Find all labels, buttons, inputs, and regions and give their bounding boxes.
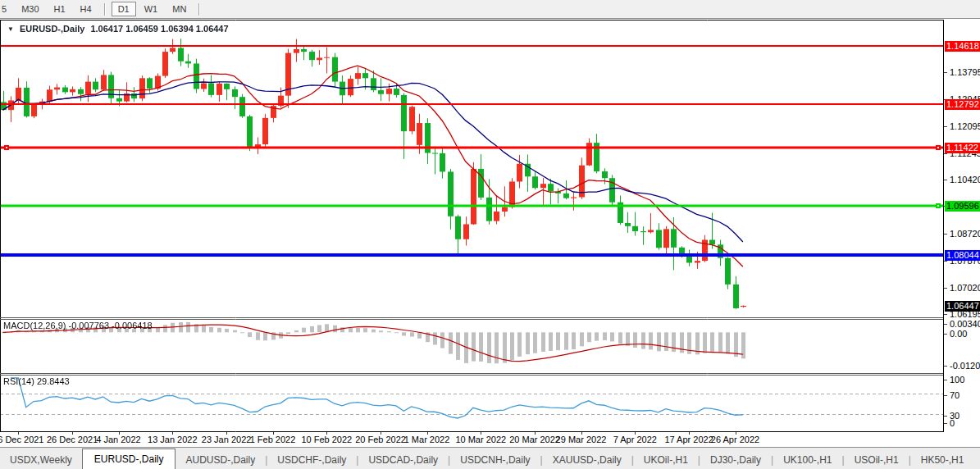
- macd-tick-label: 0.00: [950, 329, 967, 339]
- date-label: 10 Feb 2022: [301, 435, 352, 444]
- tab-ukoil-h1[interactable]: UKOil-,H1: [634, 451, 698, 469]
- price-badge-1.11422: 1.11422: [945, 143, 980, 153]
- price-badge-1.08044: 1.08044: [945, 250, 980, 261]
- date-label: 26 Apr 2022: [711, 435, 759, 444]
- price-tick-label: 1.08720: [950, 229, 980, 239]
- date-label: 29 Mar 2022: [556, 435, 607, 444]
- date-label: 20 Mar 2022: [509, 435, 560, 444]
- price-badge-1.14618: 1.14618: [945, 41, 980, 52]
- tab-hk50-h1[interactable]: HK50-,H1: [911, 451, 974, 469]
- timeframe-button-mn[interactable]: MN: [166, 2, 193, 16]
- price-tick-label: 1.07020: [950, 283, 980, 293]
- price-badge-1.09596: 1.09596: [945, 201, 980, 212]
- rsi-tick-label: 0: [950, 418, 955, 428]
- time-axis[interactable]: 16 Dec 202126 Dec 20214 Jan 202213 Jan 2…: [0, 432, 943, 448]
- date-label: 1 Mar 2022: [404, 435, 450, 444]
- tab-uk100-h1[interactable]: UK100-,H1: [773, 451, 841, 469]
- rsi-indicator-label: RSI(14) 29.8443: [3, 376, 70, 386]
- price-axis[interactable]: 1.137951.129451.120951.112451.104201.095…: [943, 20, 980, 432]
- timeframe-button-w1[interactable]: W1: [138, 2, 165, 16]
- date-label: 7 Apr 2022: [613, 435, 657, 444]
- price-tick-label: 1.12095: [950, 121, 980, 131]
- tab-xauusd-daily[interactable]: XAUUSD-,Daily: [543, 451, 631, 469]
- timeframe-toolbar: 5M30H1H4D1W1MN: [0, 0, 980, 19]
- tab-dj30-daily[interactable]: DJ30-,Daily: [700, 451, 771, 469]
- macd-tick-label: -0.012058: [950, 361, 980, 371]
- date-label: 26 Dec 2021: [47, 435, 98, 444]
- chart-title: ▼ EURUSD-,Daily 1.06417 1.06459 1.06394 …: [7, 24, 229, 34]
- chart-ohlc-values: 1.06417 1.06459 1.06394 1.06447: [90, 24, 228, 34]
- tab-usdchf-daily[interactable]: USDCHF-,Daily: [267, 451, 356, 469]
- tab-usoil-h1[interactable]: USOil-,H1: [845, 451, 909, 469]
- date-label: 16 Dec 2021: [0, 435, 43, 444]
- date-label: 17 Apr 2022: [664, 435, 713, 444]
- chart-tab-bar: USDX,WeeklyEURUSD-,DailyAUDUSD-,Daily|US…: [0, 447, 980, 469]
- tab-usdcnh-daily[interactable]: USDCNH-,Daily: [450, 451, 540, 469]
- timeframe-button-d1[interactable]: D1: [112, 2, 136, 16]
- tab-usdx-weekly[interactable]: USDX,Weekly: [0, 451, 82, 469]
- rsi-tick-label: 70: [950, 390, 959, 400]
- price-tick-label: 1.10420: [950, 175, 980, 184]
- chart-symbol-label: EURUSD-,Daily: [20, 24, 84, 34]
- tab-usdcad-daily[interactable]: USDCAD-,Daily: [358, 451, 448, 469]
- timeframe-button-h4[interactable]: H4: [74, 2, 98, 16]
- date-label: 23 Jan 2022: [202, 435, 252, 444]
- price-chart-canvas[interactable]: [0, 20, 943, 432]
- price-tick-label: 1.13795: [950, 67, 980, 77]
- rsi-tick-label: 100: [950, 375, 964, 385]
- timeframe-button-h1[interactable]: H1: [48, 2, 72, 16]
- timeframe-button-5[interactable]: 5: [0, 2, 13, 16]
- macd-indicator-label: MACD(12,26,9) -0.007763 -0.006418: [3, 321, 153, 330]
- date-label: 13 Jan 2022: [148, 435, 198, 444]
- date-label: 10 Mar 2022: [455, 435, 506, 444]
- date-label: 20 Feb 2022: [355, 435, 406, 444]
- macd-tick-label: 0.003408: [950, 319, 980, 329]
- chart-menu-icon[interactable]: ▼: [7, 25, 14, 33]
- toolbar-separator: [198, 3, 200, 16]
- price-badge-1.12792: 1.12792: [945, 99, 980, 110]
- date-label: 1 Feb 2022: [250, 435, 296, 444]
- tab-eurusd-daily[interactable]: EURUSD-,Daily: [82, 449, 176, 469]
- price-badge-1.06447: 1.06447: [945, 301, 980, 312]
- toolbar-separator: [104, 3, 106, 16]
- trading-app-window: 5M30H1H4D1W1MN ▼ EURUSD-,Daily 1.06417 1…: [0, 0, 980, 469]
- timeframe-button-m30[interactable]: M30: [15, 2, 45, 16]
- date-label: 4 Jan 2022: [96, 435, 140, 444]
- tab-audusd-daily[interactable]: AUDUSD-,Daily: [175, 451, 265, 469]
- chart-window: ▼ EURUSD-,Daily 1.06417 1.06459 1.06394 …: [0, 19, 980, 447]
